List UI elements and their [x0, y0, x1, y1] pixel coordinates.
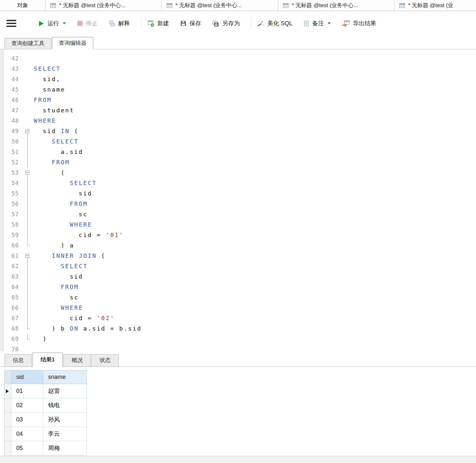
code-line[interactable]: 60 ) a [4, 240, 476, 251]
table-cell[interactable]: 钱电 [43, 398, 87, 413]
code-text: sname [34, 84, 65, 95]
new-button[interactable]: 新建 [147, 19, 169, 27]
line-number: 69 [4, 334, 24, 344]
fold-collapse-icon[interactable] [24, 126, 32, 136]
stop-button[interactable]: 停止 [77, 19, 97, 27]
tab-profile[interactable]: 概况 [63, 354, 91, 367]
tab-query-editor[interactable]: 查询编辑器 [52, 37, 93, 49]
code-line[interactable]: 49 sid IN ( [4, 126, 476, 136]
code-line[interactable]: 47 student [4, 105, 476, 116]
row-marker[interactable] [5, 413, 11, 427]
menu-icon[interactable] [6, 20, 16, 27]
code-line[interactable]: 70 [4, 344, 476, 351]
tab-query-3[interactable]: * 无标题 @test (业务中心... [278, 0, 394, 11]
tab-label: 信息 [13, 357, 24, 363]
code-line[interactable]: 43SELECT [4, 64, 476, 74]
code-line[interactable]: 63 sid [4, 271, 476, 282]
code-line[interactable]: 67 cid = '02' [4, 313, 476, 323]
code-text: sid, [34, 74, 61, 84]
code-text: FROM [34, 282, 79, 292]
line-number: 42 [4, 53, 24, 64]
tab-query-builder[interactable]: 查询创建工具 [5, 38, 51, 49]
row-marker[interactable] [5, 427, 11, 441]
code-line[interactable]: 64 FROM [4, 282, 476, 292]
tab-label: 对象 [17, 2, 28, 9]
explain-button[interactable]: 解释 [109, 19, 130, 27]
fold-collapse-icon[interactable] [24, 251, 32, 261]
column-header-sname[interactable]: sname [43, 370, 87, 384]
current-row-marker[interactable] [5, 384, 11, 398]
table-row[interactable]: 03孙风 [5, 413, 87, 427]
code-line[interactable]: 44 sid, [4, 74, 476, 84]
comment-button[interactable]: 备注 [303, 19, 331, 27]
line-number: 70 [4, 344, 24, 351]
code-line[interactable]: 52 FROM [4, 157, 476, 168]
code-line[interactable]: 45 sname [4, 84, 476, 95]
code-line[interactable]: 62 SELECT [4, 261, 476, 271]
table-cell[interactable]: 04 [11, 427, 43, 441]
fold-gutter [24, 313, 32, 323]
document-tab-bar: 对象 * 无标题 @test (业务中心... * 无标题 @test (业务中… [0, 0, 476, 11]
grid-header-row: sid sname [5, 370, 87, 384]
tab-label: 状态 [99, 357, 110, 363]
save-button[interactable]: 保存 [180, 19, 201, 27]
toolbar-separator [251, 18, 251, 29]
tab-query-2[interactable]: * 无标题 @test (业务中心... [162, 0, 278, 11]
table-cell[interactable]: 05 [11, 441, 43, 456]
toolbar: 运行 停止 解释 新建 保存 另存为 美化 SQL [0, 11, 476, 36]
code-line[interactable]: 53 ( [4, 168, 476, 178]
tab-info[interactable]: 信息 [5, 354, 32, 367]
fold-collapse-icon[interactable] [24, 168, 32, 178]
code-line[interactable]: 50 SELECT [4, 136, 476, 147]
table-cell[interactable]: 周梅 [43, 441, 87, 456]
table-cell[interactable]: 赵雷 [43, 384, 87, 398]
table-cell[interactable]: 02 [11, 398, 43, 413]
tab-objects[interactable]: 对象 [0, 0, 45, 11]
beautify-sql-button[interactable]: 美化 SQL [257, 19, 292, 27]
explain-icon [109, 20, 115, 27]
code-line[interactable]: 51 a.sid [4, 147, 476, 157]
code-line[interactable]: 48WHERE [4, 116, 476, 126]
tab-query-1[interactable]: * 无标题 @test (业务中心... [45, 0, 162, 11]
run-button[interactable]: 运行 [38, 19, 66, 27]
table-row[interactable]: 05周梅 [5, 441, 87, 456]
code-line[interactable]: 55 sid [4, 188, 476, 199]
code-line[interactable]: 42 [4, 53, 476, 64]
code-line[interactable]: 59 cid = '01' [4, 230, 476, 240]
code-line[interactable]: 68 ) b ON a.sid = b.sid [4, 323, 476, 334]
table-row[interactable]: 04李云 [5, 427, 87, 441]
code-line[interactable]: 57 sc [4, 209, 476, 219]
table-cell[interactable]: 01 [11, 384, 43, 398]
table-cell[interactable]: 03 [11, 413, 43, 427]
table-cell[interactable]: 李云 [43, 427, 87, 441]
tab-result-1[interactable]: 结果1 [32, 353, 63, 367]
chevron-down-icon[interactable] [328, 22, 331, 24]
code-line[interactable]: 65 sc [4, 292, 476, 303]
code-line[interactable]: 46FROM [4, 95, 476, 105]
tab-query-4[interactable]: * 无标题 @test (业 [394, 0, 476, 11]
code-line[interactable]: 69 ) [4, 334, 476, 344]
row-marker[interactable] [5, 398, 11, 413]
column-header-sid[interactable]: sid [11, 370, 43, 384]
row-marker[interactable] [5, 441, 11, 456]
line-number: 67 [4, 313, 24, 323]
tab-status[interactable]: 状态 [91, 354, 119, 367]
code-line[interactable]: 61 INNER JOIN ( [4, 251, 476, 261]
table-cell[interactable]: 孙风 [43, 413, 87, 427]
table-row[interactable]: 01赵雷 [5, 384, 87, 398]
save-as-button[interactable]: 另存为 [212, 19, 240, 27]
code-text: ) a [34, 240, 74, 251]
code-line[interactable]: 56 FROM [4, 199, 476, 209]
fold-gutter [24, 303, 32, 313]
chevron-down-icon[interactable] [63, 22, 66, 24]
sql-editor[interactable]: 4243SELECT44 sid,45 sname46FROM47 studen… [0, 49, 476, 351]
table-row[interactable]: 02钱电 [5, 398, 87, 413]
stop-label: 停止 [86, 19, 97, 27]
code-line[interactable]: 66 WHERE [4, 303, 476, 313]
code-area[interactable]: 4243SELECT44 sid,45 sname46FROM47 studen… [4, 49, 476, 351]
code-line[interactable]: 54 SELECT [4, 178, 476, 188]
code-text: WHERE [34, 219, 92, 230]
export-results-button[interactable]: 导出结果 [342, 19, 376, 27]
line-number: 68 [4, 323, 24, 334]
code-line[interactable]: 58 WHERE [4, 219, 476, 230]
